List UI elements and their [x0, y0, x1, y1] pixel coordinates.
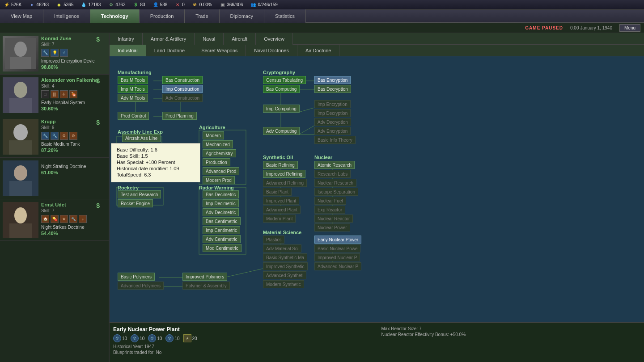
scientist-hire-1[interactable]: $: [96, 36, 100, 43]
scientist-card-5[interactable]: Ernst Udet Skill: 7 🏠 💊 ★ 🔧 ♪ Night Stri…: [0, 199, 109, 241]
tech-improved-synthetic[interactable]: Improved Synthetic: [263, 262, 308, 270]
tech-bas-computing[interactable]: Bas Computing: [263, 85, 300, 93]
sci-icon-5d[interactable]: 🔧: [69, 215, 77, 223]
tech-atomic-research[interactable]: Atomic Research: [314, 161, 355, 169]
tech-adv-centimetric[interactable]: Adv Centimetric: [203, 235, 241, 243]
tech-prod-control[interactable]: Prod Control: [118, 112, 149, 120]
tab-land-doctrine[interactable]: Land Doctrine: [146, 45, 194, 56]
tech-bas-m-tools[interactable]: Bas M Tools: [118, 76, 148, 84]
scientist-card-1[interactable]: Konrad Zuse Skill: 7 🔧 💡 √ Improved Encr…: [0, 33, 109, 75]
tech-rocket-engine[interactable]: Rocket Engine: [118, 199, 153, 207]
tech-advanced-prod[interactable]: Advanced Prod: [203, 167, 239, 175]
sci-icon-5a[interactable]: 🏠: [41, 215, 49, 223]
tech-test-and-research[interactable]: Test and Research: [118, 190, 161, 198]
tech-basic-synthetic-ma[interactable]: Basic Synthetic Ma: [263, 253, 307, 261]
tab-secret-weapons[interactable]: Secret Weapons: [193, 45, 246, 56]
tech-early-nuclear-power[interactable]: Early Nuclear Power: [314, 236, 361, 244]
tech-nuclear-fuel[interactable]: Nuclear Fuel: [314, 197, 346, 205]
tech-basic-info-theory[interactable]: Basic Info Theory: [314, 136, 356, 144]
sci-icon-2a[interactable]: □: [41, 90, 49, 98]
tech-mechanized[interactable]: Mechanized: [203, 140, 233, 148]
menu-button[interactable]: Menu: [619, 24, 640, 32]
tech-aircraft-ass-line[interactable]: Aircraft Ass Line: [122, 134, 161, 142]
tech-prod-planning[interactable]: Prod Planning: [162, 112, 197, 120]
tech-advanced-polymers[interactable]: Advanced Polymers: [118, 282, 164, 290]
tech-adv-decryption[interactable]: Adv Decryption: [314, 118, 351, 126]
tab-naval[interactable]: Naval: [195, 33, 224, 45]
tech-production[interactable]: Production: [203, 158, 230, 166]
scientist-hire-3[interactable]: $: [96, 119, 100, 126]
tech-basic-plant[interactable]: Basic Plant: [263, 188, 292, 196]
tech-agrichemistry[interactable]: Agrichemistry: [203, 149, 236, 157]
sci-icon-2c[interactable]: ✛: [60, 90, 68, 98]
tech-improved-plant[interactable]: Improved Plant: [263, 197, 299, 205]
scientist-hire-5[interactable]: $: [96, 202, 100, 209]
tech-tree-area[interactable]: Manufacturing Assembly Line Exp Agricult…: [110, 56, 644, 322]
tab-armor-artillery[interactable]: Armor & Artillery: [143, 33, 195, 45]
tech-adv-material-sci[interactable]: Adv Material Sci: [263, 244, 301, 253]
tech-imp-encryption[interactable]: Imp Encryption: [314, 100, 351, 108]
sci-icon-5e[interactable]: ♪: [79, 215, 87, 223]
tech-adv-decimetric[interactable]: Adv Decimetric: [203, 208, 239, 216]
sci-icon-5c[interactable]: ★: [60, 215, 68, 223]
scientist-card-2[interactable]: Alexander von Falkenha Skill: 4 □ ||| ✛ …: [0, 75, 109, 116]
tech-basic-refining[interactable]: Basic Refining: [263, 161, 298, 169]
tech-nuclear-power[interactable]: Nuclear Power: [314, 223, 350, 232]
nav-view-map[interactable]: View Map: [0, 9, 43, 23]
sci-icon-3b[interactable]: 🔧: [51, 132, 59, 140]
nav-statistics[interactable]: Statistics: [264, 9, 306, 23]
tech-adv-encryption[interactable]: Adv Encryption: [314, 127, 351, 135]
nav-trade[interactable]: Trade: [185, 9, 219, 23]
tab-aircraft[interactable]: Aircraft: [224, 33, 256, 45]
sci-icon-3d[interactable]: ⚙: [69, 132, 77, 140]
sci-icon-5b[interactable]: 💊: [51, 215, 59, 223]
scientist-hire-2[interactable]: $: [96, 77, 100, 84]
tech-census-tabulating[interactable]: Census Tabulating: [263, 76, 306, 84]
tech-advanced-nuclear-p[interactable]: Advanced Nuclear P: [314, 262, 361, 270]
sci-icon-1c[interactable]: √: [60, 49, 68, 57]
tech-basic-polymers[interactable]: Basic Polymers: [118, 273, 155, 281]
tech-imp-centimetric[interactable]: Imp Centimetric: [203, 226, 240, 234]
tech-adv-computing[interactable]: Adv Computing: [263, 127, 300, 135]
sci-icon-2b[interactable]: |||: [51, 90, 59, 98]
tech-modern[interactable]: Modern: [203, 131, 224, 139]
tech-research-labs[interactable]: Research Labs: [314, 170, 351, 178]
sci-icon-3a[interactable]: 🔧: [41, 132, 49, 140]
tech-plastics[interactable]: Plastics: [263, 236, 284, 244]
tech-basic-nuclear-powe[interactable]: Basic Nuclear Powe: [314, 244, 360, 253]
tab-overview[interactable]: Overview: [256, 33, 293, 45]
tech-modern-plant[interactable]: Modern Plant: [263, 215, 296, 223]
tech-nuclear-research[interactable]: Nuclear Research: [314, 179, 356, 187]
sci-icon-2d[interactable]: 🍖: [69, 90, 77, 98]
tech-nuclear-reactor[interactable]: Nuclear Reactor: [314, 215, 353, 223]
tech-improved-nuclear-p[interactable]: Improved Nuclear P: [314, 253, 360, 261]
tech-bas-construction[interactable]: Bas Construction: [162, 76, 203, 84]
tech-imp-construction[interactable]: Imp Construction: [162, 85, 203, 93]
tab-air-doctrine[interactable]: Air Doctrine: [297, 45, 339, 56]
tech-advanced-syntheti[interactable]: Advanced Syntheti: [263, 271, 306, 279]
scientist-card-4[interactable]: Night Strafing Doctrine 61.00%: [0, 158, 109, 199]
tech-modern-synthetic[interactable]: Modern Synthetic: [263, 280, 304, 288]
sci-icon-1b[interactable]: 💡: [51, 49, 59, 57]
tech-polymer-assembly[interactable]: Polymer & Assembly: [182, 282, 230, 290]
tech-bas-decryption[interactable]: Bas Decryption: [314, 85, 351, 93]
tech-imp-decimetric[interactable]: Imp Decimetric: [203, 199, 239, 207]
tech-mod-prod[interactable]: Modern Prod: [203, 176, 235, 184]
tech-imp-computing[interactable]: Imp Computing: [263, 105, 300, 113]
scientist-card-3[interactable]: Krupp Skill: 9 🔧 🔧 ⚙ ⚙ Basic Medium Tank…: [0, 116, 109, 158]
tech-advanced-refining[interactable]: Advanced Refining: [263, 179, 307, 187]
nav-technology[interactable]: Technology: [90, 9, 140, 23]
tech-improved-refining[interactable]: Improved Refining: [263, 170, 305, 178]
tab-infantry[interactable]: Infantry: [110, 33, 143, 45]
tab-industrial[interactable]: Industrial: [110, 45, 146, 56]
tech-bas-decimetric[interactable]: Bas Decimetric: [203, 190, 239, 198]
tech-adv-construction[interactable]: Adv Construction: [162, 94, 203, 102]
tab-naval-doctrines[interactable]: Naval Doctrines: [246, 45, 297, 56]
tech-advanced-plant[interactable]: Advanced Plant: [263, 206, 301, 214]
tech-bas-encryption[interactable]: Bas Encryption: [314, 76, 351, 84]
tech-imp-decryption[interactable]: Imp Decryption: [314, 109, 351, 117]
tech-improved-polymers[interactable]: Improved Polymers: [182, 273, 227, 281]
tech-imp-m-tools[interactable]: Imp M Tools: [118, 85, 148, 93]
sci-icon-1a[interactable]: 🔧: [41, 49, 49, 57]
tech-mod-centimetric[interactable]: Mod Centimetric: [203, 244, 242, 252]
